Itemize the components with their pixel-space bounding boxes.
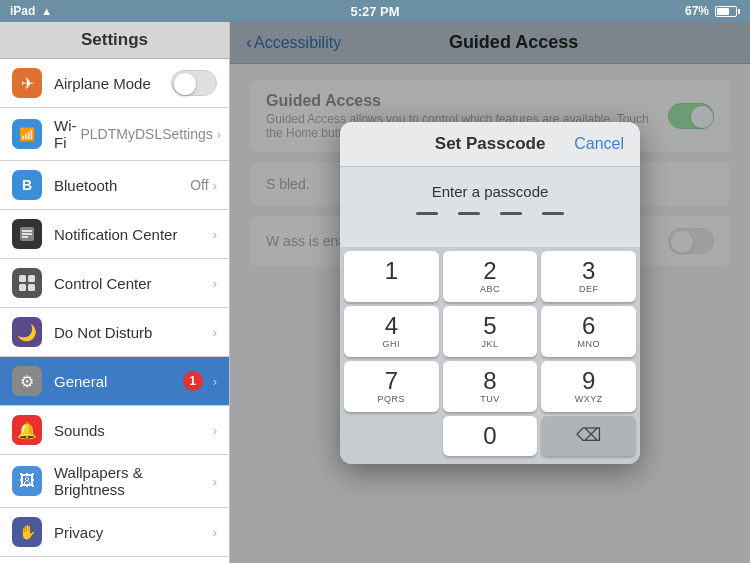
passcode-dots: [356, 212, 624, 215]
modal-instruction: Enter a passcode: [356, 183, 624, 200]
sidebar-item-sounds[interactable]: 🔔 Sounds ›: [0, 406, 229, 455]
sidebar-item-airplane-mode[interactable]: ✈ Airplane Mode: [0, 59, 229, 108]
numpad-key-7[interactable]: 7 PQRS: [344, 361, 439, 412]
numpad-row-2: 4 GHI 5 JKL 6 MNO: [344, 306, 636, 357]
modal-overlay: Set Passcode Cancel Enter a passcode: [230, 22, 750, 563]
key-7-letters: PQRS: [348, 394, 435, 404]
dot-3: [500, 212, 522, 215]
sidebar-item-bluetooth[interactable]: B Bluetooth Off ›: [0, 161, 229, 210]
key-5-letters: JKL: [447, 339, 534, 349]
wallpaper-label: Wallpapers & Brightness: [54, 464, 209, 498]
sidebar-item-control[interactable]: Control Center ›: [0, 259, 229, 308]
bluetooth-icon: B: [12, 170, 42, 200]
numpad-key-3[interactable]: 3 DEF: [541, 251, 636, 302]
airplane-icon: ✈: [12, 68, 42, 98]
carrier-label: iPad: [10, 4, 35, 18]
content-area: ‹ Accessibility Guided Access Guided Acc…: [230, 22, 750, 563]
control-chevron: ›: [213, 276, 217, 291]
disturb-label: Do Not Disturb: [54, 324, 209, 341]
disturb-icon: 🌙: [12, 317, 42, 347]
key-9-number: 9: [545, 369, 632, 393]
key-1-letters: [348, 284, 435, 294]
svg-rect-6: [19, 284, 26, 291]
sidebar-item-general[interactable]: ⚙ General 1 ›: [0, 357, 229, 406]
notification-icon: [12, 219, 42, 249]
cancel-button[interactable]: Cancel: [574, 135, 624, 153]
airplane-mode-toggle[interactable]: [171, 70, 217, 96]
numpad-key-5[interactable]: 5 JKL: [443, 306, 538, 357]
key-8-number: 8: [447, 369, 534, 393]
notification-label: Notification Center: [54, 226, 209, 243]
bluetooth-value: Off: [190, 177, 208, 193]
battery-percent: 67%: [685, 4, 709, 18]
key-2-letters: ABC: [447, 284, 534, 294]
numpad-key-empty: [344, 416, 439, 456]
sounds-chevron: ›: [213, 423, 217, 438]
status-left: iPad ▲: [10, 4, 52, 18]
key-1-number: 1: [348, 259, 435, 283]
privacy-chevron: ›: [213, 525, 217, 540]
general-icon: ⚙: [12, 366, 42, 396]
control-label: Control Center: [54, 275, 209, 292]
numpad-key-8[interactable]: 8 TUV: [443, 361, 538, 412]
svg-rect-5: [28, 275, 35, 282]
sidebar-title: Settings: [0, 22, 229, 59]
bluetooth-chevron: ›: [213, 178, 217, 193]
key-4-number: 4: [348, 314, 435, 338]
dot-4: [542, 212, 564, 215]
numpad-key-4[interactable]: 4 GHI: [344, 306, 439, 357]
status-right: 67%: [685, 4, 740, 18]
key-5-number: 5: [447, 314, 534, 338]
wifi-icon: 📶: [12, 119, 42, 149]
sounds-label: Sounds: [54, 422, 209, 439]
sidebar-item-privacy[interactable]: ✋ Privacy ›: [0, 508, 229, 557]
wifi-status-icon: ▲: [41, 5, 52, 17]
numpad-row-3: 7 PQRS 8 TUV 9 WXYZ: [344, 361, 636, 412]
passcode-modal: Set Passcode Cancel Enter a passcode: [340, 122, 640, 464]
general-chevron: ›: [213, 374, 217, 389]
numpad-key-delete[interactable]: ⌫: [541, 416, 636, 456]
modal-header: Set Passcode Cancel: [340, 122, 640, 167]
wallpaper-icon: 🖼: [12, 466, 42, 496]
sounds-icon: 🔔: [12, 415, 42, 445]
wifi-label: Wi-Fi: [54, 117, 77, 151]
sidebar-item-wifi[interactable]: 📶 Wi-Fi PLDTMyDSLSettings ›: [0, 108, 229, 161]
privacy-label: Privacy: [54, 524, 209, 541]
modal-title: Set Passcode: [406, 134, 574, 154]
numpad-key-1[interactable]: 1: [344, 251, 439, 302]
numpad-row-4: 0 ⌫: [344, 416, 636, 456]
airplane-mode-label: Airplane Mode: [54, 75, 171, 92]
main-container: Settings ✈ Airplane Mode 📶 Wi-Fi PLDTMyD…: [0, 22, 750, 563]
wallpaper-chevron: ›: [213, 474, 217, 489]
numpad-key-6[interactable]: 6 MNO: [541, 306, 636, 357]
key-6-letters: MNO: [545, 339, 632, 349]
control-icon: [12, 268, 42, 298]
key-0-number: 0: [447, 424, 534, 448]
general-badge: 1: [183, 371, 203, 391]
bluetooth-label: Bluetooth: [54, 177, 186, 194]
delete-icon: ⌫: [576, 425, 601, 445]
key-3-letters: DEF: [545, 284, 632, 294]
sidebar: Settings ✈ Airplane Mode 📶 Wi-Fi PLDTMyD…: [0, 22, 230, 563]
notification-chevron: ›: [213, 227, 217, 242]
privacy-icon: ✋: [12, 517, 42, 547]
disturb-chevron: ›: [213, 325, 217, 340]
key-2-number: 2: [447, 259, 534, 283]
sidebar-item-wallpaper[interactable]: 🖼 Wallpapers & Brightness ›: [0, 455, 229, 508]
general-label: General: [54, 373, 183, 390]
sidebar-item-disturb[interactable]: 🌙 Do Not Disturb ›: [0, 308, 229, 357]
wifi-chevron: ›: [217, 127, 221, 142]
numpad-key-9[interactable]: 9 WXYZ: [541, 361, 636, 412]
numpad-row-1: 1 2 ABC 3 DEF: [344, 251, 636, 302]
numpad-key-2[interactable]: 2 ABC: [443, 251, 538, 302]
status-time: 5:27 PM: [350, 4, 399, 19]
svg-rect-4: [19, 275, 26, 282]
key-3-number: 3: [545, 259, 632, 283]
sidebar-item-icloud[interactable]: ☁ iCloud ›: [0, 557, 229, 563]
svg-rect-7: [28, 284, 35, 291]
wifi-value: PLDTMyDSLSettings: [81, 126, 213, 142]
sidebar-item-notification[interactable]: Notification Center ›: [0, 210, 229, 259]
numpad-key-0[interactable]: 0: [443, 416, 538, 456]
status-bar: iPad ▲ 5:27 PM 67%: [0, 0, 750, 22]
dot-2: [458, 212, 480, 215]
